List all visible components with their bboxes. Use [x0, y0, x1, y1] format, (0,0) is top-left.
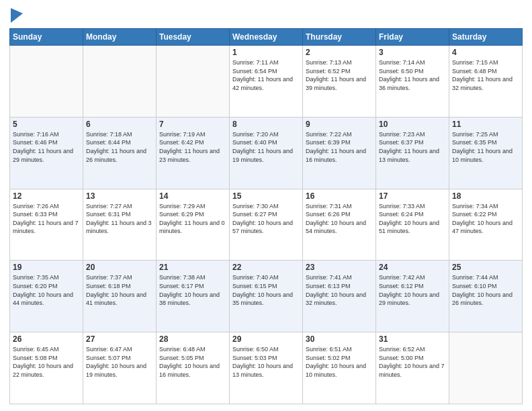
- calendar-cell: [83, 46, 157, 118]
- calendar-cell: 10Sunrise: 7:23 AMSunset: 6:37 PMDayligh…: [376, 117, 449, 189]
- calendar-cell: 30Sunrise: 6:51 AMSunset: 5:02 PMDayligh…: [303, 332, 376, 404]
- calendar-cell: 14Sunrise: 7:29 AMSunset: 6:29 PMDayligh…: [157, 189, 230, 261]
- weekday-header: Monday: [83, 29, 157, 46]
- calendar-cell: 12Sunrise: 7:26 AMSunset: 6:33 PMDayligh…: [10, 189, 83, 261]
- calendar-cell: 24Sunrise: 7:42 AMSunset: 6:12 PMDayligh…: [376, 261, 449, 332]
- day-info: Sunrise: 7:42 AMSunset: 6:12 PMDaylight:…: [379, 273, 446, 307]
- day-number: 14: [159, 191, 226, 201]
- day-number: 10: [379, 120, 446, 129]
- calendar-cell: 5Sunrise: 7:16 AMSunset: 6:46 PMDaylight…: [10, 117, 83, 189]
- day-number: 23: [306, 263, 373, 272]
- day-info: Sunrise: 7:29 AMSunset: 6:29 PMDaylight:…: [159, 202, 226, 236]
- calendar-week-row: 12Sunrise: 7:26 AMSunset: 6:33 PMDayligh…: [10, 189, 523, 261]
- day-number: 29: [232, 334, 300, 344]
- day-info: Sunrise: 7:35 AMSunset: 6:20 PMDaylight:…: [13, 273, 80, 307]
- weekday-header-row: SundayMondayTuesdayWednesdayThursdayFrid…: [10, 29, 523, 46]
- logo-icon: [11, 8, 23, 23]
- calendar-week-row: 26Sunrise: 6:45 AMSunset: 5:08 PMDayligh…: [10, 332, 523, 404]
- day-info: Sunrise: 6:48 AMSunset: 5:05 PMDaylight:…: [159, 345, 226, 379]
- weekday-header: Sunday: [10, 29, 83, 46]
- page: SundayMondayTuesdayWednesdayThursdayFrid…: [0, 0, 532, 411]
- day-number: 15: [232, 191, 300, 201]
- day-number: 13: [86, 191, 153, 201]
- day-info: Sunrise: 6:45 AMSunset: 5:08 PMDaylight:…: [13, 345, 80, 379]
- day-number: 6: [86, 120, 153, 129]
- day-number: 18: [452, 191, 519, 201]
- day-number: 20: [86, 263, 153, 272]
- day-info: Sunrise: 7:37 AMSunset: 6:18 PMDaylight:…: [86, 273, 153, 307]
- day-number: 1: [232, 48, 300, 57]
- day-info: Sunrise: 7:41 AMSunset: 6:13 PMDaylight:…: [306, 273, 373, 307]
- day-info: Sunrise: 6:51 AMSunset: 5:02 PMDaylight:…: [306, 345, 373, 379]
- weekday-header: Saturday: [449, 29, 523, 46]
- calendar-cell: 16Sunrise: 7:31 AMSunset: 6:26 PMDayligh…: [303, 189, 376, 261]
- day-info: Sunrise: 7:13 AMSunset: 6:52 PMDaylight:…: [306, 58, 373, 92]
- day-number: 17: [379, 191, 446, 201]
- calendar-cell: 22Sunrise: 7:40 AMSunset: 6:15 PMDayligh…: [230, 261, 303, 332]
- weekday-header: Thursday: [303, 29, 376, 46]
- calendar-cell: 29Sunrise: 6:50 AMSunset: 5:03 PMDayligh…: [230, 332, 303, 404]
- day-info: Sunrise: 7:19 AMSunset: 6:42 PMDaylight:…: [159, 130, 226, 164]
- day-info: Sunrise: 7:34 AMSunset: 6:22 PMDaylight:…: [452, 202, 519, 236]
- day-info: Sunrise: 7:20 AMSunset: 6:40 PMDaylight:…: [232, 130, 300, 164]
- calendar-cell: 7Sunrise: 7:19 AMSunset: 6:42 PMDaylight…: [157, 117, 230, 189]
- day-number: 30: [306, 334, 373, 344]
- day-number: 19: [13, 263, 80, 272]
- calendar-cell: 27Sunrise: 6:47 AMSunset: 5:07 PMDayligh…: [83, 332, 157, 404]
- calendar-cell: 9Sunrise: 7:22 AMSunset: 6:39 PMDaylight…: [303, 117, 376, 189]
- day-info: Sunrise: 7:15 AMSunset: 6:48 PMDaylight:…: [452, 58, 519, 92]
- day-number: 8: [232, 120, 300, 129]
- calendar-cell: [157, 46, 230, 118]
- day-info: Sunrise: 7:14 AMSunset: 6:50 PMDaylight:…: [379, 58, 446, 92]
- header: [9, 7, 523, 23]
- calendar-week-row: 19Sunrise: 7:35 AMSunset: 6:20 PMDayligh…: [10, 261, 523, 332]
- calendar-cell: 25Sunrise: 7:44 AMSunset: 6:10 PMDayligh…: [449, 261, 523, 332]
- day-number: 26: [13, 334, 80, 344]
- day-number: 16: [306, 191, 373, 201]
- calendar-cell: 18Sunrise: 7:34 AMSunset: 6:22 PMDayligh…: [449, 189, 523, 261]
- calendar-cell: 2Sunrise: 7:13 AMSunset: 6:52 PMDaylight…: [303, 46, 376, 118]
- calendar-cell: 4Sunrise: 7:15 AMSunset: 6:48 PMDaylight…: [449, 46, 523, 118]
- calendar-cell: 15Sunrise: 7:30 AMSunset: 6:27 PMDayligh…: [230, 189, 303, 261]
- calendar-cell: 21Sunrise: 7:38 AMSunset: 6:17 PMDayligh…: [157, 261, 230, 332]
- calendar-table: SundayMondayTuesdayWednesdayThursdayFrid…: [9, 28, 523, 404]
- weekday-header: Tuesday: [157, 29, 230, 46]
- calendar-cell: 17Sunrise: 7:33 AMSunset: 6:24 PMDayligh…: [376, 189, 449, 261]
- calendar-cell: 1Sunrise: 7:11 AMSunset: 6:54 PMDaylight…: [230, 46, 303, 118]
- day-info: Sunrise: 7:30 AMSunset: 6:27 PMDaylight:…: [232, 202, 300, 236]
- calendar-cell: 8Sunrise: 7:20 AMSunset: 6:40 PMDaylight…: [230, 117, 303, 189]
- day-number: 22: [232, 263, 300, 272]
- calendar-cell: 31Sunrise: 6:52 AMSunset: 5:00 PMDayligh…: [376, 332, 449, 404]
- day-number: 24: [379, 263, 446, 272]
- day-number: 3: [379, 48, 446, 57]
- calendar-cell: 23Sunrise: 7:41 AMSunset: 6:13 PMDayligh…: [303, 261, 376, 332]
- day-number: 27: [86, 334, 153, 344]
- weekday-header: Wednesday: [230, 29, 303, 46]
- day-number: 21: [159, 263, 226, 272]
- weekday-header: Friday: [376, 29, 449, 46]
- day-number: 11: [452, 120, 519, 129]
- calendar-week-row: 1Sunrise: 7:11 AMSunset: 6:54 PMDaylight…: [10, 46, 523, 118]
- svg-marker-0: [11, 8, 23, 23]
- day-info: Sunrise: 7:33 AMSunset: 6:24 PMDaylight:…: [379, 202, 446, 236]
- day-number: 9: [306, 120, 373, 129]
- calendar-cell: 19Sunrise: 7:35 AMSunset: 6:20 PMDayligh…: [10, 261, 83, 332]
- day-number: 4: [452, 48, 519, 57]
- calendar-cell: 11Sunrise: 7:25 AMSunset: 6:35 PMDayligh…: [449, 117, 523, 189]
- day-info: Sunrise: 7:11 AMSunset: 6:54 PMDaylight:…: [232, 58, 300, 92]
- day-info: Sunrise: 7:23 AMSunset: 6:37 PMDaylight:…: [379, 130, 446, 164]
- calendar-cell: 20Sunrise: 7:37 AMSunset: 6:18 PMDayligh…: [83, 261, 157, 332]
- day-info: Sunrise: 7:44 AMSunset: 6:10 PMDaylight:…: [452, 273, 519, 307]
- day-info: Sunrise: 7:22 AMSunset: 6:39 PMDaylight:…: [306, 130, 373, 164]
- calendar-cell: [10, 46, 83, 118]
- day-info: Sunrise: 7:18 AMSunset: 6:44 PMDaylight:…: [86, 130, 153, 164]
- calendar-cell: 13Sunrise: 7:27 AMSunset: 6:31 PMDayligh…: [83, 189, 157, 261]
- day-info: Sunrise: 6:52 AMSunset: 5:00 PMDaylight:…: [379, 345, 446, 379]
- day-info: Sunrise: 7:31 AMSunset: 6:26 PMDaylight:…: [306, 202, 373, 236]
- day-info: Sunrise: 7:16 AMSunset: 6:46 PMDaylight:…: [13, 130, 80, 164]
- calendar-cell: 26Sunrise: 6:45 AMSunset: 5:08 PMDayligh…: [10, 332, 83, 404]
- day-number: 2: [306, 48, 373, 57]
- day-number: 25: [452, 263, 519, 272]
- day-number: 5: [13, 120, 80, 129]
- day-info: Sunrise: 7:26 AMSunset: 6:33 PMDaylight:…: [13, 202, 80, 236]
